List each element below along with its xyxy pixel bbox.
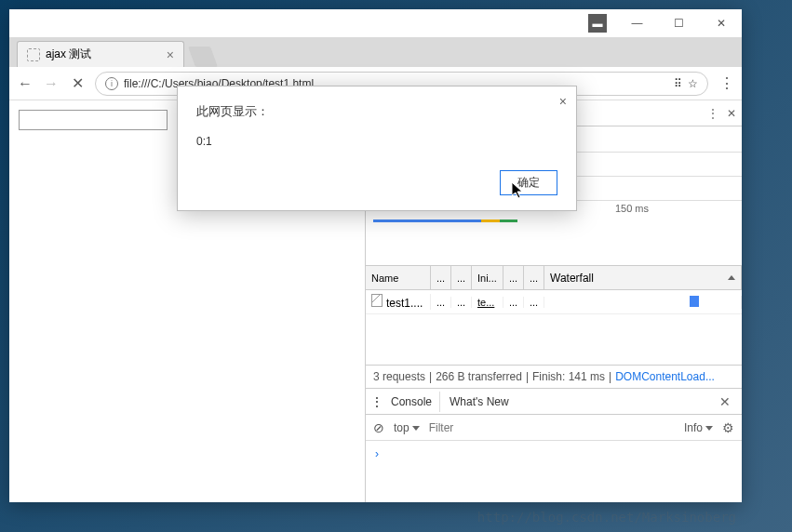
col-initiator[interactable]: Ini... [472,266,503,289]
table-row[interactable]: test1.... ... ... te... ... ... [366,290,742,314]
status-requests: 3 requests [373,370,425,383]
file-icon [371,294,383,307]
console-level[interactable]: Info [684,421,713,434]
drawer-tab-console[interactable]: Console [383,392,440,412]
tab-close-icon[interactable]: × [167,47,174,62]
close-button[interactable]: ✕ [700,9,742,37]
console-context[interactable]: top [394,421,420,434]
page-text-input[interactable] [19,110,168,130]
col-name[interactable]: Name [366,266,431,289]
maximize-button[interactable]: ☐ [658,9,700,37]
stop-button[interactable]: ✕ [69,75,86,92]
console-body[interactable]: › [366,441,742,502]
translate-icon[interactable]: ⠿ [674,77,682,90]
col-dots3[interactable]: ... [503,266,524,289]
timeline-track [373,219,734,222]
alert-ok-button[interactable]: 确定 [500,170,557,195]
drawer-tabs: ⋮ Console What's New ✕ [366,389,742,415]
menu-button[interactable]: ⋮ [718,75,734,92]
devtools-menu-icon[interactable]: ⋮ [707,107,718,120]
tab-strip: ajax 测试 × [9,37,742,67]
col-dots2[interactable]: ... [451,266,472,289]
sort-icon [728,275,735,280]
status-transferred: 266 B transferred [436,370,522,383]
col-dots4[interactable]: ... [524,266,544,289]
console-prompt-icon: › [375,447,379,460]
timeline-label: 150 ms [615,203,649,214]
cursor-icon [512,182,525,202]
col-dots1[interactable]: ... [431,266,451,289]
minimize-button[interactable]: — [616,9,658,37]
cell-d3: ... [503,297,524,308]
bookmark-icon[interactable]: ☆ [688,77,698,90]
back-button[interactable]: ← [17,75,34,92]
drawer-menu-icon[interactable]: ⋮ [371,395,382,408]
network-status-bar: 3 requests| 266 B transferred| Finish: 1… [366,365,742,389]
clear-console-icon[interactable]: ⊘ [373,420,384,435]
status-finish: Finish: 141 ms [532,370,605,383]
status-dcl: DOMContentLoad... [615,370,715,383]
favicon-icon [27,48,40,61]
cell-name: test1.... [366,294,431,310]
browser-tab[interactable]: ajax 测试 × [17,41,184,67]
cell-d4: ... [524,297,544,308]
devtools-close-icon[interactable]: ✕ [727,107,736,120]
site-info-icon[interactable]: i [105,77,118,90]
col-waterfall[interactable]: Waterfall [544,266,742,289]
gear-icon[interactable]: ⚙ [722,420,734,435]
forward-button[interactable]: → [43,75,60,92]
alert-title: 此网页显示： [196,103,557,120]
drawer-tab-whatsnew[interactable]: What's New [442,392,517,412]
cell-d1: ... [431,297,451,308]
browser-window: ▬ — ☐ ✕ ajax 测试 × ← → ✕ i file:///C:/Use… [9,9,742,502]
drawer-close-icon[interactable]: ✕ [714,394,736,409]
window-titlebar: ▬ — ☐ ✕ [9,9,742,37]
cell-waterfall [544,296,742,309]
console-filter-input[interactable] [429,421,675,434]
tab-title: ajax 测试 [46,47,91,62]
new-tab-button[interactable] [188,47,218,67]
table-empty [366,314,742,365]
console-toolbar: ⊘ top Info ⚙ [366,415,742,441]
watermark-text: http://blog.csdn.net/Marksinoberg [477,510,736,525]
cell-d2: ... [451,297,472,308]
network-table-header: Name ... ... Ini... ... ... Waterfall [366,266,742,290]
waterfall-bar [690,296,699,307]
cell-initiator[interactable]: te... [472,297,503,308]
chevron-down-icon [705,426,713,431]
user-icon[interactable]: ▬ [588,14,607,33]
alert-close-icon[interactable]: × [559,94,567,109]
chevron-down-icon [412,426,420,431]
alert-message: 0:1 [196,135,557,148]
